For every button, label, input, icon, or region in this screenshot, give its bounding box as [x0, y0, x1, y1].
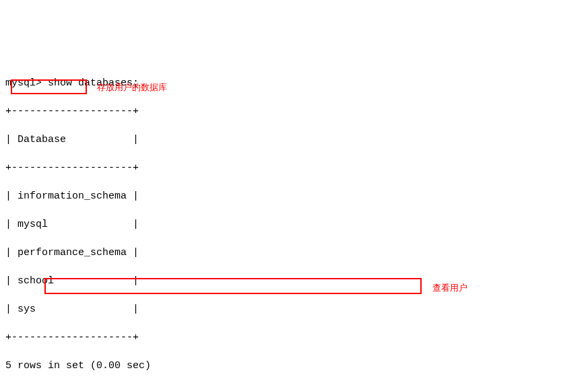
annotation-user-database: 存放用户的数据库: [97, 81, 167, 94]
table-header-database: | Database |: [5, 133, 583, 147]
database-row-information-schema: | information_schema |: [5, 189, 583, 203]
result-count: 5 rows in set (0.00 sec): [5, 359, 583, 373]
database-row-school: | school |: [5, 274, 583, 288]
annotation-view-users: 查看用户: [432, 282, 467, 294]
mysql-prompt-show-databases: mysql> show databases;: [5, 76, 583, 90]
table-divider: +--------------------+: [5, 104, 583, 118]
database-row-sys: | sys |: [5, 302, 583, 316]
database-row-mysql: | mysql |: [5, 217, 583, 232]
table-divider: +--------------------+: [5, 161, 583, 175]
database-row-performance-schema: | performance_schema |: [5, 246, 583, 260]
terminal-output: mysql> show databases; +----------------…: [5, 62, 583, 387]
table-divider: +--------------------+: [5, 330, 583, 345]
